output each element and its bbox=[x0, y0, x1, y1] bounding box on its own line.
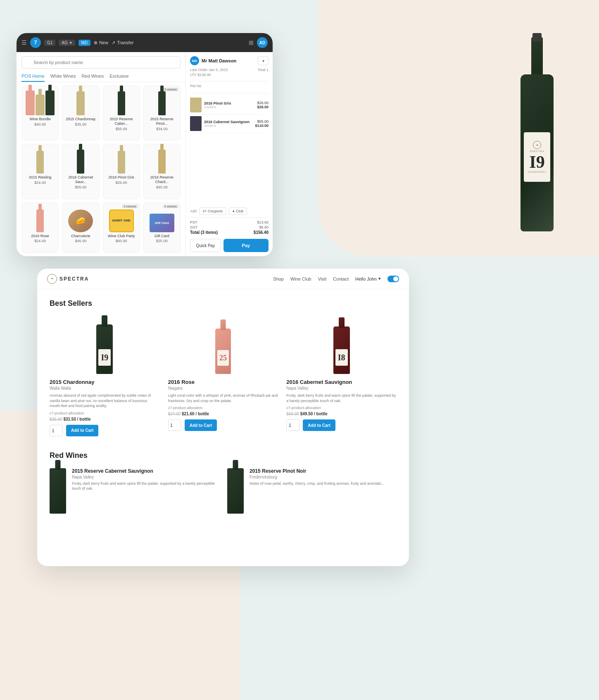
red-wine-name: 2015 Reserve Cabernet Sauvignon bbox=[72, 468, 219, 474]
search-wrap: 🔍 bbox=[21, 56, 181, 69]
last-order-info: Last Order Jan 5, 2022 Total 1 bbox=[190, 68, 269, 72]
red-wines-grid: 2015 Reserve Cabernet Sauvignon Napa Val… bbox=[50, 468, 397, 514]
product-card-chardonnay[interactable]: 2015 Chardonnay $35.00 bbox=[62, 86, 99, 140]
badge-ag[interactable]: AG ✦ bbox=[59, 40, 75, 46]
tab-exclusive[interactable]: Exclusive bbox=[109, 71, 128, 82]
red-wine-name: 2015 Reserve Pinot Noir bbox=[250, 468, 397, 474]
pet-value: No bbox=[197, 84, 202, 88]
customer-avatar: MD bbox=[190, 56, 199, 65]
add-to-cart-button[interactable]: Add to Cart bbox=[303, 419, 335, 431]
pay-button[interactable]: Pay bbox=[223, 239, 269, 252]
product-name: Gift Card bbox=[146, 234, 178, 238]
new-button[interactable]: ⊕ New bbox=[94, 40, 108, 45]
nav-wine-club[interactable]: Wine Club bbox=[290, 276, 311, 281]
product-img bbox=[146, 88, 178, 115]
store-product-chardonnay: I9 2015 Chardonnay Walla Walla Aromas ab… bbox=[50, 316, 160, 436]
store-tablet: ✦ SPECTRA Shop Wine Club Visit Contact H… bbox=[37, 269, 409, 566]
add-label: Add bbox=[190, 209, 197, 213]
coupon-icon: 🏷 bbox=[203, 209, 207, 213]
nav-toggle[interactable] bbox=[387, 276, 399, 282]
customer-dropdown-button[interactable]: ▾ bbox=[258, 56, 269, 65]
product-card-gift-card[interactable]: 4 variants Gift Card Gift Card $25.00 bbox=[143, 202, 181, 253]
product-name: Charcuterie bbox=[65, 234, 96, 238]
variant-badge: 4 variants bbox=[163, 205, 178, 208]
tab-pos-home[interactable]: POS Home bbox=[21, 71, 45, 82]
product-price: $24.00 bbox=[24, 239, 56, 243]
red-wine-card-1: 2015 Reserve Cabernet Sauvignon Napa Val… bbox=[50, 468, 219, 514]
add-to-cart-row: Add to Cart bbox=[50, 425, 160, 436]
product-card-pinot-gris[interactable]: 2016 Pinot Gris $26.00 bbox=[103, 144, 140, 199]
product-card-wine-bundle[interactable]: Wine Bundle $40.00 bbox=[21, 86, 59, 140]
nav-contact[interactable]: Contact bbox=[333, 276, 349, 281]
quantity-input[interactable] bbox=[168, 419, 181, 431]
red-wine-region: Fredericksburg bbox=[250, 475, 397, 479]
product-card-charcuterie[interactable]: 🧀 Charcuterie $45.00 bbox=[62, 202, 99, 253]
bottle-number: I9 bbox=[529, 153, 544, 171]
payment-actions: Quick Pay Pay bbox=[190, 239, 269, 252]
product-card-reserve-pinot[interactable]: 3 variants 2015 Reserve Pinot... $34.00 bbox=[143, 86, 181, 140]
product-img bbox=[146, 147, 178, 174]
product-name: Wine Bundle bbox=[24, 117, 56, 121]
product-name: 2016 Pinot Gris bbox=[106, 175, 137, 180]
tab-red-wines[interactable]: Red Wines bbox=[81, 71, 104, 82]
red-wine-desc: Fruity, dark berry fruits and warm spice… bbox=[72, 481, 219, 491]
nav-visit[interactable]: Visit bbox=[318, 276, 327, 281]
transfer-button[interactable]: ↗ Transfer bbox=[112, 40, 134, 45]
pet-label: Pet bbox=[190, 84, 197, 88]
product-card-reserve-chard[interactable]: 2016 Reserve Chard... $45.00 bbox=[143, 144, 181, 199]
tab-white-wines[interactable]: White Wines bbox=[50, 71, 76, 82]
bottle-neck bbox=[531, 37, 543, 79]
product-card-cab-sauv[interactable]: 2016 Cabernet Sauv... $55.00 bbox=[62, 144, 99, 199]
product-img-wrap: I9 bbox=[50, 316, 160, 374]
product-img bbox=[65, 147, 96, 174]
add-to-cart-button[interactable]: Add to Cart bbox=[185, 419, 217, 431]
variant-badge: 3 variants bbox=[163, 88, 178, 91]
club-button[interactable]: ♦ Club bbox=[229, 207, 247, 215]
quick-pay-button[interactable]: Quick Pay bbox=[190, 239, 221, 252]
product-name: 2016 Reserve Chard... bbox=[146, 175, 178, 184]
hamburger-icon[interactable]: ☰ bbox=[21, 39, 27, 46]
badge-md[interactable]: MD bbox=[78, 40, 91, 46]
add-to-cart-button[interactable]: Add to Cart bbox=[66, 425, 98, 436]
red-wine-bottle bbox=[227, 468, 244, 514]
pos-tablet: ☰ 7 G1 AG ✦ MD ⊕ New ↗ Transfer ⊞ AD 🔍 bbox=[17, 33, 273, 256]
search-input[interactable] bbox=[21, 56, 181, 69]
user-greeting: Hello John bbox=[355, 276, 377, 281]
club-icon: ♦ bbox=[233, 209, 235, 213]
gst-value: $6.80 bbox=[259, 225, 269, 229]
add-to-cart-row: Add to Cart bbox=[286, 419, 397, 431]
product-price: $24.00 $21.60 / bottle bbox=[168, 412, 278, 416]
product-price: $26.00 bbox=[106, 181, 137, 185]
coupons-button[interactable]: 🏷 Coupons bbox=[199, 207, 226, 215]
divider bbox=[190, 81, 269, 81]
customer-name: Mr Matt Dawson bbox=[202, 58, 236, 63]
new-label: New bbox=[99, 40, 108, 45]
pos-cart-panel: MD Mr Matt Dawson ▾ Last Order Jan 5, 20… bbox=[186, 52, 273, 256]
quantity-input[interactable] bbox=[286, 419, 300, 431]
product-card-wine-club-party[interactable]: 2 variants ADMIT ONE Wine Club Party $60… bbox=[103, 202, 140, 253]
pos-header: ☰ 7 G1 AG ✦ MD ⊕ New ↗ Transfer ⊞ AD bbox=[17, 33, 273, 52]
product-price: $34.00 bbox=[146, 127, 178, 131]
best-sellers-grid: I9 2015 Chardonnay Walla Walla Aromas ab… bbox=[50, 316, 397, 436]
product-price: $66.00 $49.50 / bottle bbox=[286, 412, 397, 416]
grid-icon[interactable]: ⊞ bbox=[249, 39, 254, 46]
nav-shop[interactable]: Shop bbox=[273, 276, 284, 281]
product-card-reserve-cab[interactable]: 2015 Reserve Caber... $55.00 bbox=[103, 86, 140, 140]
cart-item-details: 2016 Pinot Gris 2016PG bbox=[204, 101, 254, 109]
product-name: 2015 Riesling bbox=[24, 175, 56, 180]
red-wine-desc: Notes of rose petal, earthy, cherry, cri… bbox=[250, 481, 397, 486]
badge-g1[interactable]: G1 bbox=[44, 40, 55, 46]
quantity-input[interactable] bbox=[50, 425, 63, 436]
product-card-riesling[interactable]: 2015 Riesling $24.00 bbox=[21, 144, 59, 199]
pos-user-avatar[interactable]: AD bbox=[257, 37, 268, 48]
original-price: $35.00 bbox=[50, 417, 62, 421]
red-wine-info: 2015 Reserve Pinot Noir Fredericksburg N… bbox=[250, 468, 397, 514]
original-price: $66.00 bbox=[286, 412, 299, 416]
product-card-rose[interactable]: 2016 Rose $24.00 bbox=[21, 202, 59, 253]
totals-section: PST $13.60 GST $6.80 Total (3 items) $15… bbox=[190, 217, 269, 236]
store-product-cab-sauv: I8 2016 Cabernet Sauvignon Napa Valley F… bbox=[286, 316, 397, 436]
customer-info: MD Mr Matt Dawson bbox=[190, 56, 236, 65]
product-desc: Light coral color with a whisper of pink… bbox=[168, 393, 278, 403]
red-wines-section: Red Wines 2015 Reserve Cabernet Sauvigno… bbox=[50, 451, 397, 514]
wineclub-icon: ADMIT ONE bbox=[109, 210, 134, 232]
